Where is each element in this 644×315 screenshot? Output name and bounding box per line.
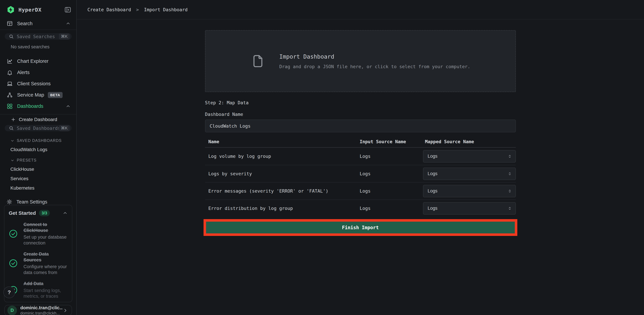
get-started-item-sources[interactable]: Create Data Sources Configure where your…: [9, 251, 68, 275]
chevron-up-icon[interactable]: [66, 104, 71, 109]
sidebar-item-services[interactable]: Services: [10, 176, 76, 181]
search-icon: [9, 34, 14, 39]
nav-label: Alerts: [17, 70, 30, 75]
sidebar-item-alerts[interactable]: Alerts: [0, 67, 76, 78]
nav-label: Service Map: [17, 92, 44, 98]
search-section-label: Search: [17, 21, 32, 26]
no-saved-searches-text: No saved searches: [11, 44, 76, 50]
row-name: Error messages (severity 'ERROR' or 'FAT…: [205, 188, 360, 194]
team-settings-label: Team Settings: [16, 199, 47, 205]
get-started-item-desc: Set up your database connection: [24, 234, 68, 246]
get-started-item-desc: Start sending logs, metrics, or traces: [24, 288, 68, 299]
get-started-item-title: Create Data Sources: [24, 251, 68, 263]
sidebar: HyperDX Search Saved Searches ⌘K No save…: [0, 0, 77, 315]
get-started-item-desc: Configure where your data comes from: [24, 264, 68, 275]
get-started-item-add-data[interactable]: Add Data Start sending logs, metrics, or…: [9, 281, 68, 299]
get-started-item-connect[interactable]: Connect to ClickHouse Set up your databa…: [9, 222, 68, 246]
check-circle-icon: [9, 259, 18, 268]
sidebar-item-chart-explorer[interactable]: Chart Explorer: [0, 56, 76, 67]
breadcrumb-import-dashboard[interactable]: Import Dashboard: [144, 7, 188, 12]
sidebar-nav: Chart Explorer Alerts Client Sessions: [0, 56, 76, 112]
dropzone-subtitle: Drag and drop a JSON file here, or click…: [280, 64, 470, 69]
dashboards-icon: [7, 103, 13, 109]
divider: [0, 30, 76, 30]
table-row: Log volume by log group Logs Logs: [205, 148, 516, 165]
dashboard-name-input[interactable]: [205, 120, 516, 132]
chevron-up-icon[interactable]: [66, 21, 71, 26]
nav-label: Client Sessions: [17, 81, 51, 87]
column-header-name: Name: [205, 139, 360, 144]
breadcrumb-create-dashboard[interactable]: Create Dashboard: [88, 7, 131, 12]
sidebar-item-team-settings[interactable]: Team Settings: [0, 199, 76, 205]
main-area: Create Dashboard > Import Dashboard Impo…: [77, 0, 644, 315]
saved-dashboards-placeholder: Saved Dashboards: [17, 126, 59, 131]
sidebar-item-search[interactable]: Search: [0, 21, 76, 27]
sidebar-item-clickhouse[interactable]: ClickHouse: [10, 167, 76, 172]
saved-dashboards-group-header[interactable]: SAVED DASHBOARDS: [10, 138, 76, 143]
beta-badge: BETA: [48, 92, 62, 98]
gear-icon: [6, 199, 12, 205]
sidebar-item-client-sessions[interactable]: Client Sessions: [0, 78, 76, 89]
mapped-source-select[interactable]: Logs: [423, 150, 516, 163]
sidebar-item-dashboards[interactable]: Dashboards: [0, 101, 76, 112]
laptop-icon: [7, 81, 13, 87]
row-input-source: Logs: [360, 206, 423, 211]
saved-dashboards-input[interactable]: Saved Dashboards ⌘K: [5, 125, 72, 131]
chevron-up-icon[interactable]: [62, 211, 68, 216]
dropzone-title: Import Dashboard: [280, 53, 470, 60]
get-started-title: Get Started: [9, 210, 36, 216]
chart-explorer-icon: [7, 58, 13, 64]
import-dropzone[interactable]: Import Dashboard Drag and drop a JSON fi…: [205, 30, 516, 92]
mapped-source-select[interactable]: Logs: [423, 185, 516, 197]
help-button[interactable]: ?: [3, 286, 15, 298]
saved-searches-placeholder: Saved Searches: [17, 34, 59, 39]
column-header-mapped-source: Mapped Source Name: [423, 139, 516, 144]
get-started-item-title: Connect to ClickHouse: [24, 222, 68, 233]
service-map-icon: [7, 92, 13, 98]
content: Import Dashboard Drag and drop a JSON fi…: [77, 20, 644, 315]
plus-icon: [11, 117, 16, 122]
breadcrumb-separator: >: [136, 7, 139, 12]
hyperdx-logo-icon: [7, 6, 15, 14]
select-value: Logs: [428, 154, 438, 159]
chevron-down-icon: [10, 158, 14, 162]
sidebar-item-service-map[interactable]: Service Map BETA: [0, 89, 76, 101]
get-started-progress-badge: 3/3: [39, 210, 50, 216]
mapped-source-select[interactable]: Logs: [423, 168, 516, 180]
presets-group-header[interactable]: PRESETS: [10, 158, 76, 163]
step-label: Step 2: Map Data: [205, 100, 516, 105]
group-header-label: SAVED DASHBOARDS: [17, 138, 62, 143]
create-dashboard-button[interactable]: Create Dashboard: [0, 117, 76, 122]
sidebar-item-cloudwatch-logs[interactable]: CloudWatch Logs: [10, 147, 76, 152]
dashboard-name-label: Dashboard Name: [205, 112, 516, 117]
collapse-sidebar-icon[interactable]: [64, 6, 71, 13]
table-row: Error messages (severity 'ERROR' or 'FAT…: [205, 182, 516, 199]
select-chevrons-icon: [508, 154, 512, 159]
get-started-item-title: Add Data: [24, 281, 68, 287]
saved-searches-input[interactable]: Saved Searches ⌘K: [5, 33, 72, 40]
shortcut-badge: ⌘K: [59, 33, 70, 40]
finish-import-button[interactable]: Finish Import: [206, 222, 515, 233]
divider: [0, 114, 76, 115]
check-circle-icon: [9, 229, 18, 238]
nav-label: Chart Explorer: [17, 59, 48, 64]
bell-icon: [7, 70, 13, 76]
avatar: D: [8, 305, 17, 315]
row-name: Error distribution by log group: [205, 206, 360, 211]
search-section-icon: [7, 21, 13, 27]
user-account-button[interactable]: D dominic.tran@clic... dominic.tran@clic…: [4, 305, 72, 315]
select-value: Logs: [428, 188, 438, 194]
top-bar: Create Dashboard > Import Dashboard: [77, 0, 644, 20]
brand-name: HyperDX: [18, 7, 42, 13]
row-input-source: Logs: [360, 154, 423, 159]
table-row: Logs by severity Logs Logs: [205, 165, 516, 182]
select-chevrons-icon: [508, 206, 512, 211]
column-header-input-source: Input Source Name: [360, 139, 423, 144]
table-header: Name Input Source Name Mapped Source Nam…: [205, 139, 516, 148]
select-chevrons-icon: [508, 171, 512, 176]
row-input-source: Logs: [360, 171, 423, 176]
mapped-source-select[interactable]: Logs: [423, 202, 516, 215]
chevron-right-icon: [62, 308, 68, 313]
search-icon: [9, 126, 14, 131]
sidebar-item-kubernetes[interactable]: Kubernetes: [10, 185, 76, 191]
